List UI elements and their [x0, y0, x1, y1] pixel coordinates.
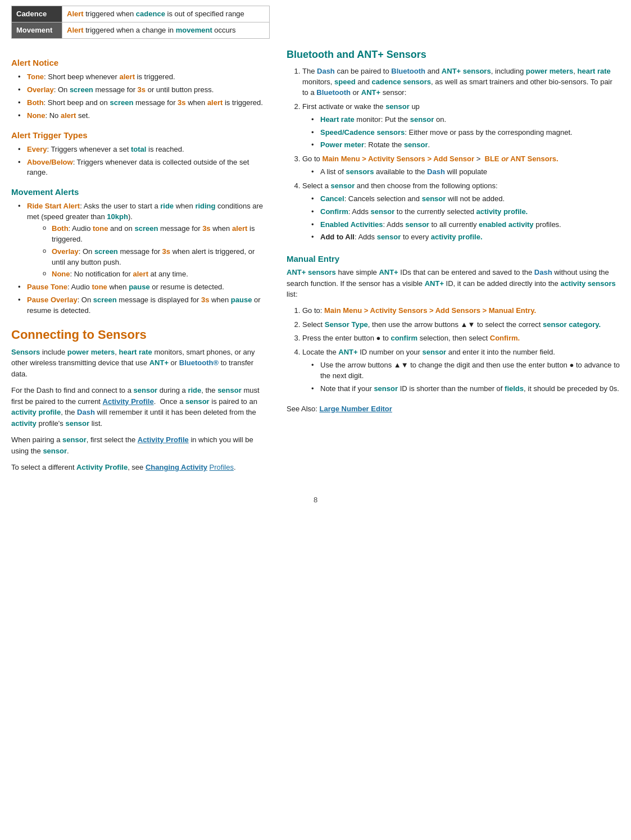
connecting-para3: When pairing a sensor, first select the … — [11, 434, 270, 456]
list-item: Every: Triggers whenever a set total is … — [18, 144, 270, 155]
cadence-movement-table: Cadence Alert triggered when cadence is … — [11, 6, 270, 39]
right-column: Bluetooth and ANT+ Sensors The Dash can … — [287, 49, 620, 478]
ride-start-sublist: Both: Audio tone and on screen message f… — [27, 224, 270, 280]
list-item: Both: Audio tone and on screen message f… — [43, 224, 270, 245]
list-item: None: No alert set. — [18, 111, 270, 121]
list-item: Overlay: On screen message for 3s or unt… — [18, 85, 270, 96]
list-item: Pause Tone: Audio tone when pause or res… — [18, 282, 270, 293]
list-item: Overlay: On screen message for 3s when a… — [43, 247, 270, 268]
cadence-label: Cadence — [12, 6, 62, 22]
connecting-para4: To select a different Activity Profile, … — [11, 462, 270, 473]
activity-profile-link2[interactable]: Activity Profile — [138, 435, 189, 444]
list-item: Both: Short beep and on screen message f… — [18, 98, 270, 108]
connecting-para1: Sensors include power meters, heart rate… — [11, 347, 270, 380]
list-item: Locate the ANT+ ID number on your sensor… — [302, 347, 620, 394]
alert-trigger-list: Every: Triggers whenever a set total is … — [11, 144, 270, 179]
list-item: Go to Main Menu > Activity Sensors > Add… — [302, 154, 620, 178]
movement-text: Alert triggered when a change in movemen… — [62, 22, 270, 39]
movement-alerts-heading: Movement Alerts — [11, 187, 270, 197]
list-item: First activate or wake the sensor up Hea… — [302, 102, 620, 151]
see-also: See Also: Large Number Editor — [287, 403, 620, 415]
alert-notice-list: Tone: Short beep whenever alert is trigg… — [11, 72, 270, 121]
list-item: Add to All: Adds sensor to every activit… — [311, 232, 620, 243]
list-item: Heart rate monitor: Put the sensor on. — [311, 115, 620, 125]
manual-entry-intro: ANT+ sensors have simple ANT+ IDs that c… — [287, 267, 620, 300]
manual-entry-steps: Go to: Main Menu > Activity Sensors > Ad… — [287, 306, 620, 394]
alert-trigger-heading: Alert Trigger Types — [11, 130, 270, 140]
list-item: Select a sensor and then choose from the… — [302, 181, 620, 243]
sensor-options-sublist: Cancel: Cancels selection and sensor wil… — [302, 194, 620, 243]
two-column-layout: Alert Notice Tone: Short beep whenever a… — [11, 49, 620, 478]
left-column: Alert Notice Tone: Short beep whenever a… — [11, 49, 270, 478]
list-item: Power meter: Rotate the sensor. — [311, 140, 620, 151]
list-item: Use the arrow buttons ▲▼ to change the d… — [311, 360, 620, 382]
large-number-editor-link[interactable]: Large Number Editor — [320, 405, 392, 413]
list-item: Tone: Short beep whenever alert is trigg… — [18, 72, 270, 83]
connecting-sensors-heading: Connecting to Sensors — [11, 328, 270, 342]
list-item: Pause Overlay: On screen message is disp… — [18, 295, 270, 316]
movement-label: Movement — [12, 22, 62, 39]
manual-entry-sublist: Use the arrow buttons ▲▼ to change the d… — [302, 360, 620, 394]
bluetooth-steps: The Dash can be paired to Bluetooth and … — [287, 66, 620, 243]
connecting-para2: For the Dash to find and connect to a se… — [11, 385, 270, 429]
movement-alerts-list: Ride Start Alert: Asks the user to start… — [11, 201, 270, 316]
list-item: Go to: Main Menu > Activity Sensors > Ad… — [302, 306, 620, 316]
alert-notice-heading: Alert Notice — [11, 58, 270, 67]
cadence-text: Alert triggered when cadence is out of s… — [62, 6, 270, 22]
list-item: Above/Below: Triggers whenever data is c… — [18, 157, 270, 179]
list-item: Cancel: Cancels selection and sensor wil… — [311, 194, 620, 205]
sensor-list-sublist: A list of sensors available to the Dash … — [302, 167, 620, 178]
bluetooth-heading: Bluetooth and ANT+ Sensors — [287, 49, 620, 61]
list-item: Note that if your sensor ID is shorter t… — [311, 384, 620, 394]
changing-activity-link[interactable]: Changing Activity — [146, 463, 207, 471]
activity-profile-link1[interactable]: Activity Profile — [103, 397, 154, 406]
list-item: Confirm: Adds sensor to the currently se… — [311, 207, 620, 217]
list-item: None: No notification for alert at any t… — [43, 269, 270, 280]
list-item: Ride Start Alert: Asks the user to start… — [18, 201, 270, 280]
list-item: Select Sensor Type, then use the arrow b… — [302, 320, 620, 330]
list-item: Press the enter button ● to confirm sele… — [302, 333, 620, 344]
list-item: Speed/Cadence sensors: Either move or pa… — [311, 128, 620, 138]
list-item: A list of sensors available to the Dash … — [311, 167, 620, 178]
activity-profiles-link[interactable]: Profiles — [210, 463, 234, 471]
page-container: Cadence Alert triggered when cadence is … — [11, 6, 620, 504]
manual-entry-heading: Manual Entry — [287, 254, 620, 264]
sensor-wake-sublist: Heart rate monitor: Put the sensor on. S… — [302, 115, 620, 151]
list-item: The Dash can be paired to Bluetooth and … — [302, 66, 620, 98]
list-item: Enabled Activities: Adds sensor to all c… — [311, 220, 620, 230]
page-number: 8 — [11, 496, 620, 504]
